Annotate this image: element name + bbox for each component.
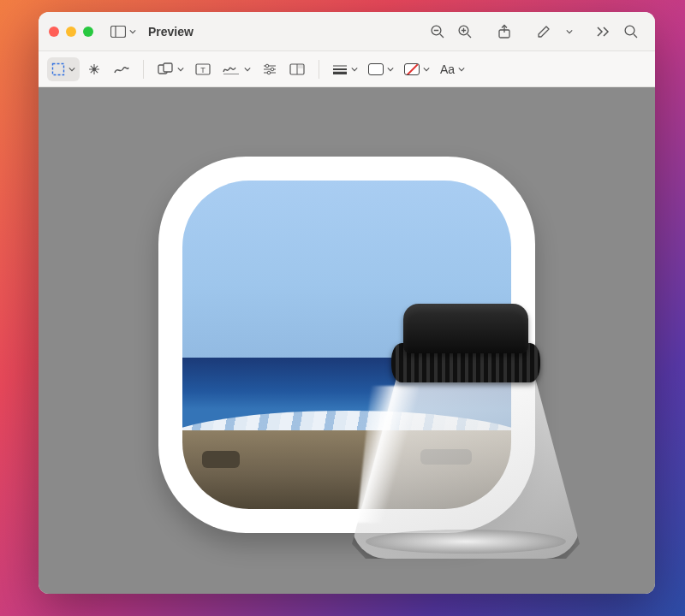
minimize-window-button[interactable]: [66, 27, 76, 37]
traffic-lights: [49, 27, 93, 37]
close-window-button[interactable]: [49, 27, 59, 37]
svg-point-11: [625, 26, 634, 35]
sign-button[interactable]: [217, 57, 255, 81]
preview-window: Preview: [39, 12, 655, 594]
markup-toggle-button[interactable]: [530, 20, 557, 44]
text-tool-button[interactable]: T: [190, 57, 216, 81]
sketch-button[interactable]: [109, 57, 134, 81]
adjust-color-icon: [262, 63, 277, 75]
adjust-size-icon: [289, 63, 305, 75]
zoom-out-icon: [430, 24, 445, 39]
svg-point-27: [265, 64, 269, 68]
chevron-down-icon: [177, 62, 184, 75]
sidebar-icon: [110, 26, 126, 38]
svg-line-12: [634, 34, 637, 38]
fullscreen-window-button[interactable]: [83, 27, 93, 37]
line-style-button[interactable]: [328, 57, 362, 81]
adjust-color-button[interactable]: [257, 57, 283, 81]
chevron-down-icon: [423, 62, 430, 75]
signature-icon: [222, 63, 241, 75]
sidebar-toggle-button[interactable]: [105, 20, 141, 44]
line-style-icon: [332, 64, 348, 74]
zoom-in-button[interactable]: [451, 20, 479, 44]
border-color-button[interactable]: [364, 57, 398, 81]
instant-alpha-button[interactable]: [81, 57, 107, 81]
double-chevron-right-icon: [597, 27, 611, 37]
share-icon: [497, 24, 511, 39]
preview-app-icon-illustration: [158, 157, 535, 533]
svg-rect-32: [298, 65, 303, 68]
selection-tool-button[interactable]: [47, 57, 80, 81]
svg-rect-13: [53, 63, 64, 74]
toolbar-separator: [143, 60, 144, 79]
share-button[interactable]: [491, 20, 518, 44]
chevron-down-icon: [387, 62, 394, 75]
overflow-toolbar-button[interactable]: [590, 20, 617, 44]
document-canvas[interactable]: [39, 87, 655, 594]
text-box-icon: T: [195, 63, 211, 75]
markup-pencil-icon: [536, 24, 551, 39]
svg-point-29: [267, 71, 271, 74]
sketch-icon: [113, 63, 130, 75]
fill-color-button[interactable]: [400, 57, 434, 81]
svg-line-6: [468, 34, 471, 38]
loupe-icon: [335, 304, 597, 571]
svg-point-28: [271, 68, 274, 71]
markup-toolbar: T Aa: [39, 51, 655, 87]
chevron-down-icon: [351, 62, 358, 75]
text-style-button[interactable]: Aa: [436, 57, 469, 81]
chevron-down-icon: [566, 25, 573, 38]
chevron-down-icon: [129, 25, 136, 38]
search-button[interactable]: [617, 20, 645, 44]
svg-line-3: [440, 34, 444, 38]
svg-rect-20: [164, 63, 172, 72]
chevron-down-icon: [458, 62, 465, 75]
search-icon: [623, 24, 639, 39]
zoom-in-icon: [457, 24, 473, 39]
markup-more-button[interactable]: [557, 20, 578, 44]
chevron-down-icon: [244, 62, 251, 75]
svg-rect-0: [111, 26, 126, 37]
svg-point-18: [92, 68, 96, 71]
adjust-size-button[interactable]: [284, 57, 310, 81]
title-bar: Preview: [39, 12, 655, 51]
window-title: Preview: [148, 25, 194, 38]
text-style-label: Aa: [440, 62, 455, 76]
zoom-out-button[interactable]: [424, 20, 451, 44]
shapes-button[interactable]: [152, 57, 188, 81]
instant-alpha-icon: [86, 62, 102, 77]
rectangular-selection-icon: [51, 62, 65, 76]
border-color-swatch: [368, 63, 384, 75]
shapes-icon: [157, 62, 174, 76]
fill-color-swatch: [404, 63, 420, 75]
toolbar-separator: [319, 60, 319, 79]
chevron-down-icon: [68, 62, 75, 75]
svg-text:T: T: [200, 65, 206, 74]
